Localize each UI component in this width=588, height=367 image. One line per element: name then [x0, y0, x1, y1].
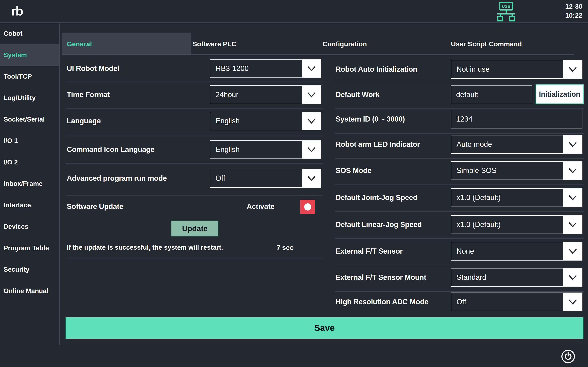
chevron-down-icon: [302, 112, 321, 130]
clock-date: 12-30: [565, 2, 582, 11]
label-external-ft-sensor-mount: External F/T Sensor Mount: [336, 268, 426, 287]
label-system-id: System ID (0 ~ 3000): [336, 110, 405, 128]
label-external-ft-sensor: External F/T Sensor: [336, 242, 403, 260]
divider: [335, 158, 584, 159]
initialization-button[interactable]: Initialization: [536, 84, 584, 104]
dropdown-default-joint-jog-speed-value: x1.0 (Default): [451, 189, 563, 207]
label-default-linear-jog-speed: Default Linear-Jog Speed: [336, 215, 422, 234]
tab-general[interactable]: General: [67, 33, 92, 55]
dropdown-external-ft-sensor[interactable]: None: [451, 242, 582, 260]
dropdown-sos-mode-value: Simple SOS: [451, 162, 563, 180]
label-default-work: Default Work: [336, 85, 380, 104]
dropdown-ui-robot-model[interactable]: RB3-1200: [210, 59, 321, 78]
power-icon: [565, 352, 571, 359]
divider: [66, 82, 323, 83]
save-button[interactable]: Save: [66, 317, 583, 339]
sidebar-item-tool-tcp[interactable]: Tool/TCP: [0, 66, 59, 87]
dropdown-external-ft-sensor-mount-value: Standard: [451, 268, 563, 286]
clock-time: 10:22: [565, 11, 582, 20]
chevron-down-icon: [563, 268, 582, 286]
dropdown-high-resolution-adc-mode-value: Off: [451, 293, 563, 311]
divider: [66, 163, 323, 164]
chevron-down-icon: [302, 59, 321, 77]
bottom-bar: [0, 345, 588, 367]
usb-network-icon: USB: [496, 2, 516, 21]
dropdown-command-icon-language-value: English: [210, 141, 302, 158]
label-sos-mode: SOS Mode: [336, 161, 371, 180]
divider: [66, 258, 323, 258]
label-high-resolution-adc-mode: High Resolution ADC Mode: [336, 292, 428, 311]
dropdown-external-ft-sensor-mount[interactable]: Standard: [451, 268, 582, 287]
tab-configuration[interactable]: Configuration: [323, 33, 367, 55]
sidebar-item-cobot[interactable]: Cobot: [0, 23, 59, 44]
dropdown-external-ft-sensor-value: None: [451, 242, 563, 260]
dropdown-advanced-program-run-mode[interactable]: Off: [210, 169, 321, 188]
dropdown-robot-auto-initialization-value: Not in use: [451, 60, 563, 78]
dropdown-sos-mode[interactable]: Simple SOS: [451, 161, 582, 180]
sidebar-item-io2[interactable]: I/O 2: [0, 151, 59, 173]
chevron-down-icon: [302, 169, 321, 187]
chevron-down-icon: [302, 86, 321, 104]
activate-label: Activate: [247, 197, 275, 216]
default-work-input[interactable]: [451, 85, 532, 104]
label-software-update: Software Update: [67, 197, 123, 216]
label-command-icon-language: Command Icon Language: [67, 140, 155, 159]
chevron-down-icon: [563, 216, 582, 234]
dropdown-default-linear-jog-speed-value: x1.0 (Default): [451, 216, 563, 234]
dropdown-default-joint-jog-speed[interactable]: x1.0 (Default): [451, 188, 582, 207]
dropdown-robot-arm-led-indicator-value: Auto mode: [451, 135, 563, 153]
divider: [335, 184, 584, 185]
dropdown-language-value: English: [210, 112, 302, 130]
activate-toggle-button[interactable]: [300, 200, 315, 214]
label-robot-arm-led-indicator: Robot arm LED Indicator: [336, 135, 420, 154]
restart-countdown: 7 sec: [277, 243, 294, 252]
usb-icon-label: USB: [502, 4, 511, 8]
label-time-format: Time Format: [67, 85, 110, 104]
sidebar-item-system[interactable]: System: [0, 44, 59, 66]
dropdown-ui-robot-model-value: RB3-1200: [210, 59, 302, 77]
label-ui-robot-model: UI Robot Model: [67, 59, 119, 78]
chevron-down-icon: [563, 189, 582, 207]
dropdown-robot-auto-initialization[interactable]: Not in use: [451, 60, 582, 79]
label-robot-auto-initialization: Robot Auto Initialization: [336, 60, 417, 79]
dropdown-high-resolution-adc-mode[interactable]: Off: [451, 292, 582, 311]
dropdown-default-linear-jog-speed[interactable]: x1.0 (Default): [451, 215, 582, 234]
sidebar-item-devices[interactable]: Devices: [0, 216, 59, 237]
label-language: Language: [67, 112, 101, 130]
divider: [66, 136, 323, 136]
top-bar: rb USB 12-30 10:22: [0, 0, 588, 23]
chevron-down-icon: [563, 135, 582, 153]
dropdown-language[interactable]: English: [210, 112, 321, 130]
label-advanced-program-run-mode: Advanced program run mode: [67, 169, 167, 188]
divider: [335, 108, 584, 109]
chevron-down-icon: [563, 60, 582, 78]
dropdown-command-icon-language[interactable]: English: [210, 140, 321, 159]
dropdown-robot-arm-led-indicator[interactable]: Auto mode: [451, 135, 582, 154]
update-button[interactable]: Update: [171, 220, 219, 237]
restart-note: If the update is successful, the system …: [67, 243, 223, 252]
sidebar-item-security[interactable]: Security: [0, 259, 59, 280]
system-id-input[interactable]: [451, 110, 582, 128]
dropdown-time-format-value: 24hour: [210, 86, 302, 104]
sidebar-item-log-utility[interactable]: Log/Utility: [0, 87, 59, 109]
dropdown-time-format[interactable]: 24hour: [210, 85, 321, 104]
divider: [335, 265, 584, 265]
divider: [335, 291, 584, 292]
divider: [66, 195, 323, 196]
chevron-down-icon: [302, 141, 321, 158]
sidebar-item-interface[interactable]: Interface: [0, 194, 59, 216]
sidebar-nav: Cobot System Tool/TCP Log/Utility Socket…: [0, 23, 59, 345]
power-button[interactable]: [561, 349, 576, 364]
sidebar-item-socket-serial[interactable]: Socket/Serial: [0, 109, 59, 130]
brand-logo: rb: [11, 0, 23, 22]
chevron-down-icon: [563, 242, 582, 260]
chevron-down-icon: [563, 162, 582, 180]
tab-software-plc[interactable]: Software PLC: [193, 33, 236, 55]
sidebar-item-online-manual[interactable]: Online Manual: [0, 280, 59, 302]
dropdown-advanced-program-run-mode-value: Off: [210, 169, 302, 187]
tab-user-script-command[interactable]: User Script Command: [451, 33, 522, 55]
sidebar-item-program-table[interactable]: Program Table: [0, 237, 59, 259]
sidebar-item-inbox-frame[interactable]: Inbox/Frame: [0, 173, 59, 194]
sidebar-item-io1[interactable]: I/O 1: [0, 130, 59, 151]
divider: [335, 133, 584, 134]
